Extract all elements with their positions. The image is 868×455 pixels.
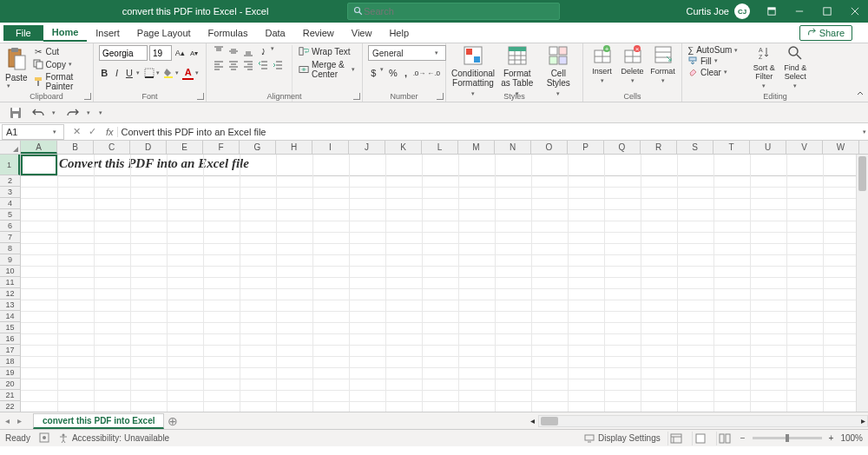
name-box[interactable]: A1▾ (2, 124, 64, 140)
decrease-indent-button[interactable] (256, 59, 270, 71)
column-header[interactable]: T (713, 141, 750, 154)
tab-home[interactable]: Home (43, 24, 88, 42)
format-painter-button[interactable]: Format Painter (31, 71, 88, 92)
cut-button[interactable]: ✂Cut (31, 45, 88, 57)
wrap-text-button[interactable]: Wrap Text (298, 45, 357, 57)
ribbon-display-button[interactable] (759, 0, 785, 23)
font-size-input[interactable] (149, 45, 172, 61)
fill-color-button[interactable] (163, 66, 174, 80)
tab-view[interactable]: View (343, 25, 381, 41)
zoom-level[interactable]: 100% (840, 433, 863, 443)
underline-button[interactable]: U (124, 66, 135, 80)
redo-button[interactable] (64, 104, 82, 122)
merge-center-button[interactable]: Merge & Center▾ (298, 59, 357, 80)
zoom-slider-thumb[interactable] (786, 434, 789, 442)
dialog-launcher-icon[interactable] (437, 93, 444, 100)
row-header[interactable]: 9 (0, 254, 20, 266)
undo-dropdown[interactable]: ▾ (52, 109, 59, 116)
column-header[interactable]: E (167, 141, 203, 154)
row-header[interactable]: 1 (0, 155, 20, 175)
italic-button[interactable]: I (111, 66, 122, 80)
column-header[interactable]: B (57, 141, 94, 154)
autosum-button[interactable]: ∑AutoSum▾ (687, 45, 741, 55)
zoom-in-button[interactable]: + (829, 433, 834, 443)
tab-data[interactable]: Data (256, 25, 293, 41)
row-header[interactable]: 14 (0, 311, 20, 322)
column-header[interactable]: N (495, 141, 531, 154)
column-header[interactable]: G (240, 141, 276, 154)
sheet-tab[interactable]: convert this PDF into Excel (33, 413, 164, 429)
cells-area[interactable]: Convert this PDF into an Excel file (21, 155, 868, 412)
column-header[interactable]: D (130, 141, 167, 154)
row-header[interactable]: 13 (0, 300, 20, 311)
accounting-format-button[interactable]: $ (368, 66, 378, 80)
row-header[interactable]: 3 (0, 187, 20, 198)
clear-button[interactable]: Clear▾ (687, 67, 741, 77)
copy-button[interactable]: Copy▾ (31, 58, 88, 70)
font-name-input[interactable] (99, 45, 148, 61)
column-header[interactable]: U (750, 141, 786, 154)
share-button[interactable]: Share (799, 25, 852, 41)
row-header[interactable]: 7 (0, 232, 20, 243)
new-sheet-button[interactable]: ⊕ (164, 414, 181, 428)
undo-button[interactable] (30, 104, 47, 122)
vertical-scrollbar[interactable] (856, 155, 868, 412)
minimize-button[interactable] (786, 0, 812, 23)
column-header[interactable]: F (203, 141, 240, 154)
active-cell[interactable] (21, 155, 57, 175)
align-center-button[interactable] (227, 59, 240, 71)
zoom-out-button[interactable]: − (740, 433, 746, 443)
column-header[interactable]: S (677, 141, 713, 154)
column-header[interactable]: A (21, 141, 57, 154)
align-bottom-button[interactable] (241, 45, 255, 57)
row-header[interactable]: 21 (0, 390, 20, 401)
column-header[interactable]: K (385, 141, 422, 154)
increase-indent-button[interactable] (271, 59, 285, 71)
user-account[interactable]: Curtis Joe CJ (679, 3, 757, 19)
display-settings-button[interactable]: Display Settings (584, 433, 661, 443)
row-header[interactable]: 11 (0, 277, 20, 288)
align-right-button[interactable] (241, 59, 255, 71)
dialog-launcher-icon[interactable] (197, 93, 204, 100)
row-header[interactable]: 18 (0, 356, 20, 367)
accessibility-status[interactable]: Accessibility: Unavailable (58, 433, 169, 444)
macro-record-icon[interactable] (39, 432, 49, 445)
zoom-slider[interactable] (753, 437, 822, 439)
page-layout-view-button[interactable] (692, 432, 709, 445)
row-header[interactable]: 22 (0, 401, 20, 412)
row-header[interactable]: 19 (0, 367, 20, 379)
tab-file[interactable]: File (3, 25, 43, 41)
close-button[interactable] (842, 0, 868, 23)
tab-help[interactable]: Help (380, 25, 418, 41)
column-header[interactable]: I (312, 141, 349, 154)
fx-icon[interactable]: fx (102, 127, 117, 137)
row-header[interactable]: 6 (0, 221, 20, 232)
dialog-launcher-icon[interactable] (84, 93, 91, 100)
expand-formula-button[interactable]: ▾ (858, 129, 868, 135)
bold-button[interactable]: B (99, 66, 109, 80)
row-header[interactable]: 4 (0, 198, 20, 209)
redo-dropdown[interactable]: ▾ (87, 109, 94, 116)
number-format-dropdown[interactable]: General▾ (368, 45, 446, 61)
decrease-decimal-button[interactable]: ←.0 (427, 66, 440, 80)
enter-formula-button[interactable]: ✓ (85, 126, 99, 137)
align-left-button[interactable] (212, 59, 226, 71)
row-header[interactable]: 20 (0, 379, 20, 390)
save-button[interactable] (7, 104, 24, 122)
tab-formulas[interactable]: Formulas (200, 25, 257, 41)
cancel-formula-button[interactable]: ✕ (69, 126, 83, 137)
scroll-left-icon[interactable]: ◂ (530, 416, 535, 425)
font-color-button[interactable]: A (182, 66, 193, 80)
column-header[interactable]: C (94, 141, 130, 154)
tab-insert[interactable]: Insert (87, 25, 128, 41)
increase-decimal-button[interactable]: .0→ (413, 66, 426, 80)
scrollbar-thumb[interactable] (541, 417, 558, 425)
comma-format-button[interactable]: , (400, 66, 411, 80)
column-header[interactable]: P (568, 141, 604, 154)
column-header[interactable]: L (422, 141, 458, 154)
column-header[interactable]: W (823, 141, 859, 154)
page-break-view-button[interactable] (716, 432, 733, 445)
orientation-button[interactable]: ⤸ (256, 45, 270, 57)
row-header[interactable]: 15 (0, 322, 20, 333)
fill-button[interactable]: Fill▾ (687, 56, 741, 66)
